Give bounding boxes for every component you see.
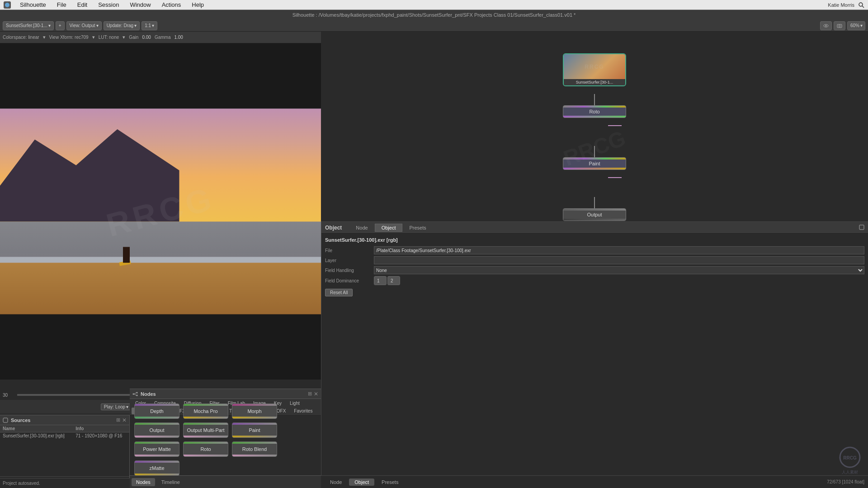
- coords-display: 72/673 [1024 float]: [827, 479, 864, 484]
- menu-window[interactable]: Window: [128, 1, 152, 8]
- node-btn-label: Depth: [150, 408, 163, 414]
- menu-file[interactable]: File: [55, 1, 68, 8]
- source-label: SunsetSurfer.[30-1...: [6, 23, 47, 28]
- menu-app[interactable]: Silhouette: [18, 1, 48, 8]
- object-panel-container: Object Node Object Presets SunsetSurfer.…: [321, 221, 868, 488]
- update-selector[interactable]: Update: Drag ▾: [104, 21, 140, 30]
- br-tab-object[interactable]: Object: [349, 479, 374, 486]
- node-btn-paint[interactable]: Paint: [232, 422, 277, 438]
- svg-rect-29: [859, 225, 864, 230]
- object-panel-expand-icon[interactable]: [859, 225, 864, 230]
- node-btn-output-multi-part[interactable]: Output Multi-Part: [183, 422, 228, 438]
- colorspace-label: Colorspace: linear: [3, 35, 39, 40]
- table-row[interactable]: SunsetSurfer.[30-100].exr [rgb]71 - 1920…: [0, 432, 129, 440]
- node-btn-label: Paint: [249, 427, 260, 433]
- node-sunsetsurfer[interactable]: RRCG SunsetSurfer.[30-1...: [563, 53, 626, 86]
- sources-icon: [3, 418, 8, 423]
- field-handling-label: Field Handling: [325, 268, 370, 273]
- node-paint[interactable]: Paint: [563, 157, 626, 170]
- viewxform-label: View Xform: rec709: [49, 35, 89, 40]
- nodes-panel: Nodes ⊞ ✕ ColorCompositeDiffusionFilterF…: [130, 389, 321, 488]
- node-output[interactable]: Output: [563, 208, 626, 221]
- tab-nodes[interactable]: Nodes: [132, 478, 155, 486]
- view-selector[interactable]: View: Output ▾: [66, 21, 102, 30]
- nodes-header: Nodes ⊞ ✕: [130, 389, 321, 399]
- layer-row: Layer: [325, 256, 864, 264]
- field-dom-1[interactable]: 1: [374, 276, 387, 285]
- source-info-cell: 71 - 868×488 @ F16: [73, 432, 129, 440]
- object-panel-title: Object: [325, 225, 342, 231]
- node-btn-power-matte[interactable]: Power Matte: [134, 441, 179, 457]
- ratio-button[interactable]: 1:1 ▾: [142, 21, 157, 30]
- window-title: Silhouette : /Volumes/tbay/katie/project…: [292, 12, 576, 18]
- ratio-label: 1:1: [145, 23, 151, 28]
- object-source-name: SunsetSurfer.[30-100].exr [rgb]: [325, 237, 398, 243]
- node-btn-mocha-pro[interactable]: Mocha Pro: [183, 404, 228, 419]
- node-btn-label: Morph: [247, 408, 261, 414]
- node-btn-roto[interactable]: Roto: [183, 441, 228, 457]
- tab-timeline[interactable]: Timeline: [157, 478, 184, 486]
- svg-point-21: [137, 394, 138, 396]
- object-name-row: SunsetSurfer.[30-100].exr [rgb]: [325, 237, 864, 243]
- zoom-button[interactable]: 60% ▾: [847, 21, 865, 30]
- svg-point-6: [839, 25, 840, 27]
- camera-icon-btn[interactable]: [834, 21, 845, 30]
- layer-input[interactable]: [374, 256, 864, 264]
- zoom-level: 60%: [850, 23, 859, 28]
- node-btn-label: Output Multi-Part: [187, 427, 224, 433]
- sources-close-icon[interactable]: ✕: [122, 417, 127, 423]
- ng-paint-label: Paint: [563, 160, 626, 168]
- reset-all-button[interactable]: Reset All: [325, 289, 353, 296]
- camera-icon: [837, 23, 842, 28]
- menu-actions[interactable]: Actions: [160, 1, 183, 8]
- node-btn-depth[interactable]: Depth: [134, 404, 179, 419]
- col-info: Info: [73, 425, 129, 432]
- nodes-pin-icon[interactable]: ⊞: [308, 391, 312, 397]
- play-loop-label: Play: Loop: [104, 404, 125, 409]
- file-row: File: [325, 246, 864, 254]
- menu-help[interactable]: Help: [190, 1, 206, 8]
- add-source-button[interactable]: +: [56, 21, 65, 30]
- frame-start: 30: [0, 393, 14, 398]
- tab-presets[interactable]: Presets: [402, 224, 433, 232]
- chevron-down-icon-vx[interactable]: ▾: [92, 34, 95, 40]
- svg-point-19: [133, 393, 134, 394]
- node-btn-morph[interactable]: Morph: [232, 404, 277, 419]
- chevron-down-icon4: ▾: [152, 23, 154, 28]
- node-btn-roto-blend[interactable]: Roto Blend: [232, 441, 277, 457]
- status-bar: Project autosaved.: [0, 478, 130, 488]
- node-roto[interactable]: Roto: [563, 105, 626, 118]
- status-text: Project autosaved.: [3, 481, 40, 486]
- search-icon-menubar[interactable]: [858, 2, 864, 8]
- play-loop-selector[interactable]: Play: Loop ▾: [101, 404, 132, 410]
- tab-object[interactable]: Object: [375, 224, 403, 232]
- file-input[interactable]: [374, 246, 864, 254]
- menu-edit[interactable]: Edit: [75, 1, 89, 8]
- chevron-down-icon-cs[interactable]: ▾: [43, 34, 46, 40]
- tab-node[interactable]: Node: [349, 224, 374, 232]
- menu-session[interactable]: Session: [96, 1, 121, 8]
- sources-header: Sources ⊞ ✕: [0, 415, 129, 425]
- chevron-down-icon-lut[interactable]: ▾: [123, 34, 125, 40]
- source-selector[interactable]: SunsetSurfer.[30-1... ▾: [3, 21, 54, 30]
- node-btn-output[interactable]: Output: [134, 422, 179, 438]
- field-dom-2[interactable]: 2: [387, 276, 400, 285]
- field-dominance-label: Field Dominance: [325, 278, 370, 283]
- view-icon-1[interactable]: [820, 21, 832, 30]
- br-tab-presets[interactable]: Presets: [376, 479, 404, 486]
- node-btn-label: Mocha Pro: [193, 408, 217, 414]
- nodes-close-icon[interactable]: ✕: [314, 391, 318, 397]
- node-btn-zmatte[interactable]: zMatte: [134, 460, 179, 476]
- ng-sunsetsurfer-label: SunsetSurfer.[30-1...: [564, 79, 625, 85]
- field-handling-select[interactable]: None: [374, 266, 864, 274]
- sources-table: Name Info SunsetSurfer.[30-100].exr [rgb…: [0, 425, 129, 439]
- gain-value: 0.00: [142, 35, 151, 40]
- object-panel-header: Object Node Object Presets: [321, 222, 868, 234]
- sources-panel: Sources ⊞ ✕ Name Info SunsetSurfer.[30-1…: [0, 415, 130, 488]
- svg-line-2: [862, 6, 864, 8]
- colorspace-bar: Colorspace: linear ▾ View Xform: rec709 …: [0, 32, 321, 43]
- nodes-icon: [132, 391, 138, 397]
- layer-label: Layer: [325, 258, 370, 263]
- br-tab-node[interactable]: Node: [325, 479, 347, 486]
- sources-pin-icon[interactable]: ⊞: [116, 417, 120, 423]
